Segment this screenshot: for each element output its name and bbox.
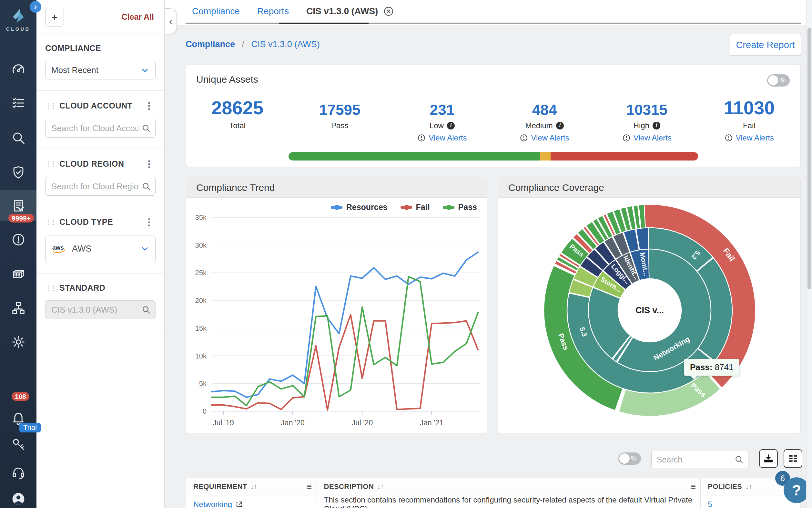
bar-fail [551, 152, 698, 161]
sidebar-item-key[interactable] [0, 429, 37, 460]
legend-item-resources[interactable]: Resources [331, 203, 388, 212]
collapse-panel-button[interactable]: ‹ [164, 8, 177, 34]
column-menu-icon[interactable]: ≡ [691, 482, 696, 492]
alert-icon [622, 134, 631, 142]
info-icon[interactable]: i [556, 122, 564, 129]
percent-toggle[interactable]: % [767, 74, 790, 87]
table-header-requirement[interactable]: REQUIREMENT↓↑≡ [186, 478, 317, 495]
sidebar-item-speedometer[interactable] [0, 54, 37, 85]
add-filter-button[interactable]: + [45, 8, 64, 27]
table-header-description[interactable]: DESCRIPTION↓↑≡ [317, 478, 701, 495]
legend-label: Pass [458, 203, 477, 212]
info-icon[interactable]: i [653, 122, 660, 129]
view-alerts-link[interactable]: View Alerts [724, 133, 774, 142]
table-view-button[interactable] [783, 449, 802, 468]
view-alerts-link[interactable]: View Alerts [520, 133, 569, 142]
stat-label: Medium [525, 121, 553, 130]
sidebar-item-shield-check[interactable] [0, 157, 37, 188]
svg-text:0: 0 [203, 407, 206, 415]
legend-item-fail[interactable]: Fail [400, 203, 430, 212]
stat-low: 231LowiView Alerts [391, 95, 493, 142]
legend-item-pass[interactable]: Pass [443, 203, 477, 212]
sort-icon[interactable]: ↓↑ [250, 483, 257, 491]
scrollbar-track[interactable] [806, 0, 812, 508]
drag-handle-icon[interactable]: ⋮⋮ [45, 218, 55, 226]
filter-header: + Clear All [37, 0, 164, 34]
tooltip-label: Pass: [690, 362, 712, 372]
tab-cis-v1-3-0-aws-[interactable]: CIS v1.3.0 (AWS) [306, 6, 394, 17]
breadcrumb-separator: / [242, 39, 245, 49]
drag-handle-icon[interactable]: ⋮⋮ [45, 284, 55, 292]
trend-chart: 05k10k15k20k25k30k35kJul '19Jan '20Jul '… [186, 197, 487, 433]
tab-compliance[interactable]: Compliance [192, 6, 240, 16]
compliance-trend-panel: Compliance Trend ResourcesFailPass 05k10… [186, 178, 487, 433]
alert-icon [520, 134, 528, 142]
stat-high: 10315HighiView Alerts [596, 95, 698, 142]
kebab-menu-icon[interactable]: ⋮ [143, 217, 155, 227]
filter-search-input[interactable] [45, 119, 155, 137]
kebab-menu-icon[interactable]: ⋮ [143, 159, 155, 169]
svg-text:Jul '19: Jul '19 [213, 419, 234, 427]
kebab-menu-icon[interactable]: ⋮ [143, 100, 155, 111]
table-percent-toggle[interactable]: % [618, 453, 641, 465]
filter-search-input[interactable] [45, 177, 155, 196]
close-icon[interactable] [383, 6, 394, 17]
toggle-knob [768, 75, 778, 86]
search-icon-wrap [141, 123, 151, 134]
table-row: NetworkingThis section contains recommen… [186, 496, 800, 508]
column-label: REQUIREMENT [193, 482, 247, 491]
column-menu-icon[interactable]: ≡ [307, 482, 312, 492]
headset-icon [11, 465, 26, 480]
view-alerts-link[interactable]: View Alerts [622, 133, 672, 142]
info-icon[interactable]: i [447, 122, 455, 129]
table-percent-label: % [631, 454, 637, 462]
sidebar-item-network[interactable] [0, 293, 37, 324]
cloud-type-select[interactable]: awsAWS [45, 235, 155, 262]
stat-label-row: Mediumi [525, 121, 564, 130]
percent-toggle-label: % [779, 76, 785, 84]
tab-reports[interactable]: Reports [257, 6, 289, 16]
tab-label: Compliance [192, 6, 240, 16]
filter-section-header: COMPLIANCE [45, 44, 155, 53]
drag-handle-icon[interactable]: ⋮⋮ [45, 102, 55, 110]
table-search-input[interactable] [651, 451, 749, 468]
filter-search-input[interactable] [45, 300, 155, 319]
sidebar-expand-icon[interactable]: › [30, 1, 41, 12]
breadcrumb-compliance[interactable]: Compliance [186, 39, 235, 49]
breadcrumb-standard[interactable]: CIS v1.3.0 (AWS) [251, 39, 320, 49]
create-report-button[interactable]: Create Report [730, 34, 801, 56]
cell-requirement: Networking [186, 496, 317, 508]
column-label: POLICIES [708, 482, 742, 491]
filter-section-title: CLOUD ACCOUNT [59, 101, 143, 111]
view-alerts-label: View Alerts [429, 133, 467, 142]
stat-label-row: Fail [743, 121, 756, 130]
pass-fail-progress-bar [289, 152, 698, 161]
table-search [651, 451, 749, 468]
scrollbar-thumb[interactable] [808, 28, 811, 289]
tab-label: Reports [257, 6, 289, 16]
sort-icon[interactable]: ↓↑ [745, 483, 752, 491]
sidebar-item-avatar[interactable] [0, 483, 37, 508]
search-icon [141, 123, 151, 133]
drag-handle-icon[interactable]: ⋮⋮ [45, 160, 55, 168]
download-button[interactable] [759, 449, 778, 468]
view-alerts-label: View Alerts [531, 133, 569, 142]
compliance-doc-icon [11, 198, 26, 213]
filter-control: awsAWS [45, 235, 155, 262]
sidebar-item-container[interactable] [0, 259, 37, 290]
sidebar-item-alert-circle[interactable] [0, 224, 37, 255]
sidebar-item-checklist[interactable] [0, 87, 37, 119]
svg-text:Jan '20: Jan '20 [281, 419, 304, 427]
sidebar-item-gear[interactable] [0, 327, 37, 357]
sort-icon[interactable]: ↓↑ [377, 483, 384, 491]
clear-all-button[interactable]: Clear All [122, 12, 154, 22]
sidebar-item-search[interactable] [0, 122, 37, 154]
view-alerts-link[interactable]: View Alerts [417, 133, 467, 142]
help-button[interactable]: ? [783, 477, 809, 503]
coverage-sunburst-chart[interactable]: NetworkingStora...Loggi...Identit...Moni… [498, 197, 800, 433]
policies-count-link[interactable]: 5 [708, 500, 712, 508]
requirement-link[interactable]: Networking [193, 500, 243, 508]
search-icon [734, 455, 744, 466]
sort-select[interactable]: Most Recent [45, 61, 155, 79]
view-alerts-label: View Alerts [736, 133, 774, 142]
